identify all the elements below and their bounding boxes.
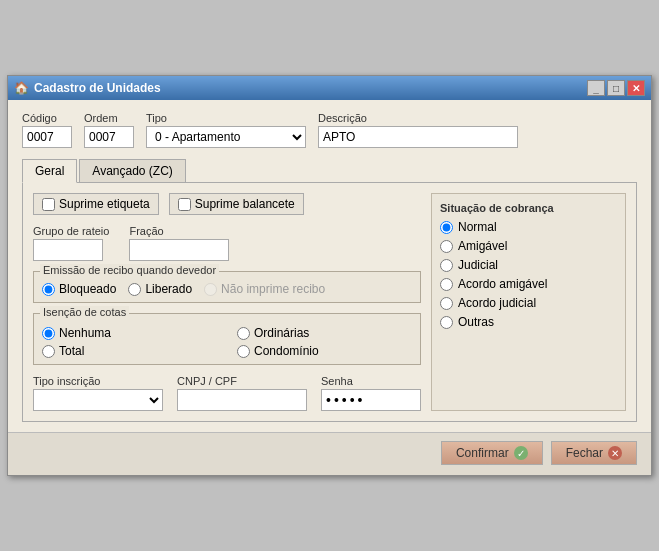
normal-radio-label[interactable]: Normal <box>440 220 617 234</box>
two-col-layout: Suprime etiqueta Suprime balancete Grupo… <box>33 193 626 411</box>
emissao-recibo-legend: Emissão de recibo quando devedor <box>40 264 219 276</box>
close-window-button[interactable]: ✕ <box>627 80 645 96</box>
fechar-icon: ✕ <box>608 446 622 460</box>
bloqueado-radio[interactable] <box>42 283 55 296</box>
tipo-select[interactable]: 0 - Apartamento <box>146 126 306 148</box>
maximize-button[interactable]: □ <box>607 80 625 96</box>
cnpj-cpf-group: CNPJ / CPF <box>177 375 307 411</box>
situacao-title: Situação de cobrança <box>440 202 617 214</box>
left-column: Suprime etiqueta Suprime balancete Grupo… <box>33 193 421 411</box>
total-radio[interactable] <box>42 345 55 358</box>
tipo-inscricao-label: Tipo inscrição <box>33 375 163 387</box>
acordo-amigavel-label: Acordo amigável <box>458 277 547 291</box>
normal-label: Normal <box>458 220 497 234</box>
emissao-recibo-box: Emissão de recibo quando devedor Bloquea… <box>33 271 421 303</box>
acordo-amigavel-radio-label[interactable]: Acordo amigável <box>440 277 617 291</box>
confirmar-label: Confirmar <box>456 446 509 460</box>
fechar-button[interactable]: Fechar ✕ <box>551 441 637 465</box>
codigo-group: Código <box>22 112 72 148</box>
senha-input[interactable] <box>321 389 421 411</box>
confirmar-icon: ✓ <box>514 446 528 460</box>
amigavel-label: Amigável <box>458 239 507 253</box>
outras-radio[interactable] <box>440 316 453 329</box>
ordinarias-label: Ordinárias <box>254 326 309 340</box>
nao-imprime-radio <box>204 283 217 296</box>
liberado-radio[interactable] <box>128 283 141 296</box>
titlebar-controls: _ □ ✕ <box>587 80 645 96</box>
isencao-box: Isenção de cotas Nenhuma Ordinárias <box>33 313 421 365</box>
grupo-rateio-group: Grupo de rateio <box>33 225 109 261</box>
ordem-input[interactable] <box>84 126 134 148</box>
fechar-label: Fechar <box>566 446 603 460</box>
isencao-legend: Isenção de cotas <box>40 306 129 318</box>
suprime-etiqueta-checkbox[interactable] <box>42 198 55 211</box>
tab-geral-label: Geral <box>35 164 64 178</box>
nenhuma-radio-label[interactable]: Nenhuma <box>42 326 217 340</box>
titlebar-left: 🏠 Cadastro de Unidades <box>14 81 161 95</box>
nao-imprime-radio-label[interactable]: Não imprime recibo <box>204 282 325 296</box>
descricao-label: Descrição <box>318 112 518 124</box>
nenhuma-label: Nenhuma <box>59 326 111 340</box>
footer-bar: Confirmar ✓ Fechar ✕ <box>8 432 651 475</box>
acordo-judicial-label: Acordo judicial <box>458 296 536 310</box>
tipo-inscricao-select[interactable] <box>33 389 163 411</box>
situacao-column: Situação de cobrança Normal Amigável Jud… <box>431 193 626 411</box>
total-radio-label[interactable]: Total <box>42 344 217 358</box>
titlebar: 🏠 Cadastro de Unidades _ □ ✕ <box>8 76 651 100</box>
grupo-rateio-input[interactable] <box>33 239 103 261</box>
window-icon: 🏠 <box>14 81 29 95</box>
ordinarias-radio[interactable] <box>237 327 250 340</box>
normal-radio[interactable] <box>440 221 453 234</box>
fracao-input[interactable] <box>129 239 229 261</box>
liberado-radio-label[interactable]: Liberado <box>128 282 192 296</box>
tab-geral[interactable]: Geral <box>22 159 77 183</box>
senha-label: Senha <box>321 375 421 387</box>
bottom-fields-row: Tipo inscrição CNPJ / CPF Senha <box>33 375 421 411</box>
tab-avancado-label: Avançado (ZC) <box>92 164 172 178</box>
tab-avancado[interactable]: Avançado (ZC) <box>79 159 185 183</box>
judicial-label: Judicial <box>458 258 498 272</box>
codigo-input[interactable] <box>22 126 72 148</box>
confirmar-button[interactable]: Confirmar ✓ <box>441 441 543 465</box>
descricao-group: Descrição <box>318 112 518 148</box>
suprime-etiqueta-btn[interactable]: Suprime etiqueta <box>33 193 159 215</box>
judicial-radio-label[interactable]: Judicial <box>440 258 617 272</box>
suprime-balancete-label: Suprime balancete <box>195 197 295 211</box>
condominio-radio-label[interactable]: Condomínio <box>237 344 412 358</box>
tab-content-geral: Suprime etiqueta Suprime balancete Grupo… <box>22 182 637 422</box>
acordo-amigavel-radio[interactable] <box>440 278 453 291</box>
liberado-label: Liberado <box>145 282 192 296</box>
checkboxes-row: Suprime etiqueta Suprime balancete <box>33 193 421 215</box>
tipo-inscricao-group: Tipo inscrição <box>33 375 163 411</box>
nenhuma-radio[interactable] <box>42 327 55 340</box>
acordo-judicial-radio[interactable] <box>440 297 453 310</box>
isencao-grid: Nenhuma Ordinárias Total <box>42 322 412 358</box>
top-fields-row: Código Ordem Tipo 0 - Apartamento Descri… <box>22 112 637 148</box>
bloqueado-radio-label[interactable]: Bloqueado <box>42 282 116 296</box>
amigavel-radio[interactable] <box>440 240 453 253</box>
descricao-input[interactable] <box>318 126 518 148</box>
grupo-rateio-label: Grupo de rateio <box>33 225 109 237</box>
minimize-button[interactable]: _ <box>587 80 605 96</box>
tipo-label: Tipo <box>146 112 306 124</box>
ordinarias-radio-label[interactable]: Ordinárias <box>237 326 412 340</box>
condominio-label: Condomínio <box>254 344 319 358</box>
suprime-balancete-btn[interactable]: Suprime balancete <box>169 193 304 215</box>
fracao-label: Fração <box>129 225 229 237</box>
condominio-radio[interactable] <box>237 345 250 358</box>
inline-fields-row: Grupo de rateio Fração <box>33 225 421 261</box>
tipo-group: Tipo 0 - Apartamento <box>146 112 306 148</box>
fracao-group: Fração <box>129 225 229 261</box>
suprime-balancete-checkbox[interactable] <box>178 198 191 211</box>
window-title: Cadastro de Unidades <box>34 81 161 95</box>
cnpj-cpf-label: CNPJ / CPF <box>177 375 307 387</box>
ordem-group: Ordem <box>84 112 134 148</box>
nao-imprime-label: Não imprime recibo <box>221 282 325 296</box>
emissao-radio-rows: Bloqueado Liberado Não imprime recibo <box>42 278 412 296</box>
bloqueado-label: Bloqueado <box>59 282 116 296</box>
acordo-judicial-radio-label[interactable]: Acordo judicial <box>440 296 617 310</box>
cnpj-cpf-input[interactable] <box>177 389 307 411</box>
amigavel-radio-label[interactable]: Amigável <box>440 239 617 253</box>
outras-radio-label[interactable]: Outras <box>440 315 617 329</box>
judicial-radio[interactable] <box>440 259 453 272</box>
